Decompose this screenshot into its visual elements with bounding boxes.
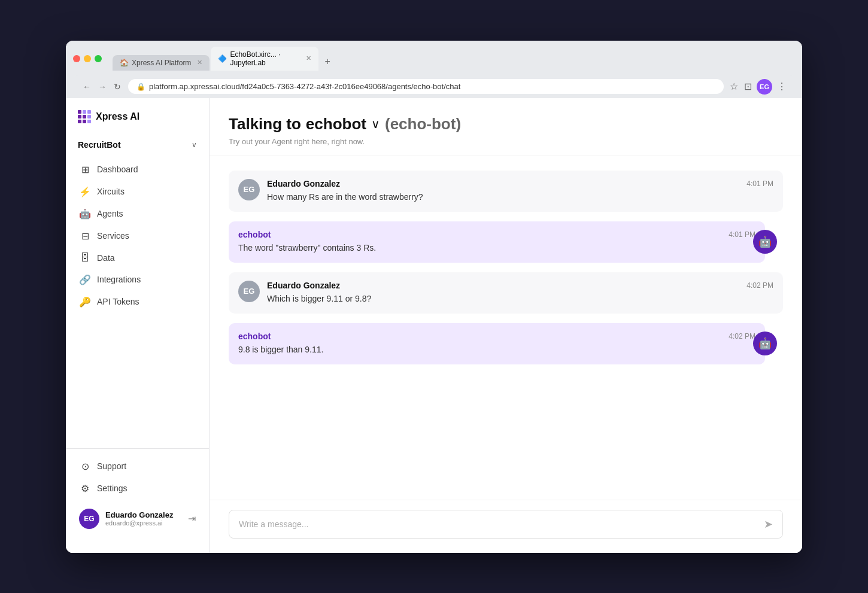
address-url: platform.ap.xpressai.cloud/fd24a0c5-7363… bbox=[149, 82, 460, 91]
user-avatar: EG bbox=[79, 509, 99, 529]
refresh-button[interactable]: ↻ bbox=[111, 81, 123, 93]
chat-area: EG Eduardo Gonzalez 4:01 PM How many Rs … bbox=[210, 156, 802, 500]
agent-id: (echo-bot) bbox=[385, 115, 461, 133]
message-sender: Eduardo Gonzalez bbox=[267, 179, 340, 188]
sidebar-item-integrations[interactable]: 🔗 Integrations bbox=[73, 269, 202, 290]
new-tab-button[interactable]: + bbox=[320, 53, 335, 71]
message-row: echobot 4:02 PM 9.8 is bigger than 9.11.… bbox=[229, 323, 765, 364]
message-header: echobot 4:02 PM bbox=[238, 332, 755, 341]
sidebar-item-services[interactable]: ⊟ Services bbox=[73, 226, 202, 247]
browser-chrome: 🏠 Xpress AI Platform ✕ 🔷 EchoBot.xirc...… bbox=[66, 41, 802, 98]
sidebar-label-dashboard: Dashboard bbox=[97, 165, 138, 174]
message-header: echobot 4:01 PM bbox=[238, 230, 755, 239]
forward-button[interactable]: → bbox=[96, 81, 109, 93]
message-text: Which is bigger 9.11 or 9.8? bbox=[267, 293, 773, 305]
message-time: 4:02 PM bbox=[746, 281, 773, 290]
tab-close-echobot[interactable]: ✕ bbox=[306, 54, 311, 62]
user-email: eduardo@xpress.ai bbox=[105, 519, 182, 527]
support-icon: ⊙ bbox=[79, 461, 91, 472]
tab-xpress[interactable]: 🏠 Xpress AI Platform ✕ bbox=[113, 55, 210, 71]
tabs-bar: 🏠 Xpress AI Platform ✕ 🔷 EchoBot.xirc...… bbox=[113, 47, 772, 71]
page-title-row: Talking to echobot ∨ (echo-bot) bbox=[229, 115, 783, 133]
message-content: Eduardo Gonzalez 4:01 PM How many Rs are… bbox=[267, 179, 773, 203]
sidebar-bottom: ⊙ Support ⚙ Settings EG Eduardo Gonzalez… bbox=[66, 448, 209, 541]
sidebar-label-integrations: Integrations bbox=[97, 275, 141, 284]
settings-icon: ⚙ bbox=[79, 483, 91, 494]
sidebar-item-dashboard[interactable]: ⊞ Dashboard bbox=[73, 159, 202, 180]
chat-input[interactable] bbox=[239, 519, 759, 529]
sidebar-label-data: Data bbox=[97, 253, 115, 263]
sidebar-item-settings[interactable]: ⚙ Settings bbox=[73, 478, 202, 499]
browser-top-bar: 🏠 Xpress AI Platform ✕ 🔷 EchoBot.xirc...… bbox=[73, 47, 795, 71]
dashboard-icon: ⊞ bbox=[79, 164, 91, 175]
lock-icon: 🔒 bbox=[136, 83, 145, 91]
send-button[interactable]: ➤ bbox=[764, 518, 773, 531]
extensions-button[interactable]: ⊡ bbox=[743, 80, 753, 93]
user-profile: EG Eduardo Gonzalez eduardo@xpress.ai ⇥ bbox=[73, 504, 202, 534]
message-sender: echobot bbox=[238, 230, 271, 239]
message-row: EG Eduardo Gonzalez 4:02 PM Which is big… bbox=[229, 272, 783, 314]
sidebar-label-services: Services bbox=[97, 231, 129, 241]
sidebar-label-settings: Settings bbox=[97, 483, 128, 493]
message-row: echobot 4:01 PM The word "strawberry" co… bbox=[229, 221, 765, 263]
sidebar-project[interactable]: RecruitBot ∨ bbox=[66, 135, 209, 154]
tab-close-xpress[interactable]: ✕ bbox=[197, 59, 202, 66]
talking-to-label: Talking to bbox=[229, 115, 301, 133]
sidebar-item-xircuits[interactable]: ⚡ Xircuits bbox=[73, 181, 202, 202]
message-time: 4:01 PM bbox=[746, 180, 773, 188]
message-sender: Eduardo Gonzalez bbox=[267, 281, 340, 290]
page-subtitle: Try out your Agent right here, right now… bbox=[229, 137, 783, 146]
tab-label-echobot: EchoBot.xirc... · JupyterLab bbox=[230, 50, 300, 67]
browser-window: 🏠 Xpress AI Platform ✕ 🔷 EchoBot.xirc...… bbox=[66, 41, 802, 553]
message-content: Eduardo Gonzalez 4:02 PM Which is bigger… bbox=[267, 281, 773, 305]
sidebar-label-support: Support bbox=[97, 461, 126, 471]
project-chevron-icon: ∨ bbox=[192, 141, 197, 149]
minimize-button[interactable] bbox=[84, 55, 91, 62]
sidebar-label-api-tokens: API Tokens bbox=[97, 297, 139, 306]
sidebar-item-agents[interactable]: 🤖 Agents bbox=[73, 203, 202, 224]
main-content: Talking to echobot ∨ (echo-bot) Try out … bbox=[210, 98, 802, 553]
tab-echobot[interactable]: 🔷 EchoBot.xirc... · JupyterLab ✕ bbox=[211, 47, 318, 71]
sidebar-item-api-tokens[interactable]: 🔑 API Tokens bbox=[73, 291, 202, 312]
logo-icon bbox=[78, 110, 91, 123]
message-content: echobot 4:01 PM The word "strawberry" co… bbox=[238, 230, 755, 254]
chat-input-area: ➤ bbox=[210, 500, 802, 553]
back-button[interactable]: ← bbox=[80, 81, 93, 93]
sidebar-item-support[interactable]: ⊙ Support bbox=[73, 456, 202, 477]
close-button[interactable] bbox=[73, 55, 80, 62]
services-icon: ⊟ bbox=[79, 230, 91, 242]
agent-dropdown-icon[interactable]: ∨ bbox=[371, 117, 380, 131]
address-bar-container[interactable]: 🔒 platform.ap.xpressai.cloud/fd24a0c5-73… bbox=[128, 79, 724, 94]
user-info: Eduardo Gonzalez eduardo@xpress.ai bbox=[105, 510, 182, 527]
user-name: Eduardo Gonzalez bbox=[105, 510, 182, 519]
sidebar-nav: ⊞ Dashboard ⚡ Xircuits 🤖 Agents ⊟ Servic… bbox=[66, 159, 209, 448]
message-time: 4:01 PM bbox=[729, 230, 755, 239]
send-icon: ➤ bbox=[764, 518, 773, 531]
address-bar-row: ← → ↻ 🔒 platform.ap.xpressai.cloud/fd24a… bbox=[73, 75, 795, 98]
menu-button[interactable]: ⋮ bbox=[776, 80, 788, 93]
project-name: RecruitBot bbox=[78, 140, 121, 150]
profile-avatar[interactable]: EG bbox=[757, 79, 772, 95]
message-text: 9.8 is bigger than 9.11. bbox=[238, 343, 755, 356]
browser-actions: ☆ ⊡ EG ⋮ bbox=[729, 79, 788, 95]
sidebar: Xpress AI RecruitBot ∨ ⊞ Dashboard ⚡ Xir… bbox=[66, 98, 210, 553]
bot-badge-icon: 🤖 bbox=[753, 230, 777, 254]
message-text: The word "strawberry" contains 3 Rs. bbox=[238, 242, 755, 254]
sidebar-item-data[interactable]: 🗄 Data bbox=[73, 248, 202, 268]
maximize-button[interactable] bbox=[95, 55, 102, 62]
traffic-lights bbox=[73, 55, 102, 62]
nav-buttons: ← → ↻ bbox=[80, 81, 123, 93]
agents-icon: 🤖 bbox=[79, 208, 91, 220]
message-header: Eduardo Gonzalez 4:01 PM bbox=[267, 179, 773, 188]
bookmark-button[interactable]: ☆ bbox=[729, 80, 739, 93]
message-sender: echobot bbox=[238, 332, 271, 341]
logout-button[interactable]: ⇥ bbox=[188, 513, 196, 524]
agent-name: echobot bbox=[306, 115, 366, 133]
sidebar-logo: Xpress AI bbox=[66, 110, 209, 135]
chat-input-container: ➤ bbox=[229, 510, 783, 539]
tab-favicon-echobot: 🔷 bbox=[218, 54, 226, 63]
message-content: echobot 4:02 PM 9.8 is bigger than 9.11. bbox=[238, 332, 755, 356]
tab-favicon-xpress: 🏠 bbox=[120, 59, 128, 67]
integrations-icon: 🔗 bbox=[79, 274, 91, 285]
message-text: How many Rs are in the word strawberry? bbox=[267, 191, 773, 203]
